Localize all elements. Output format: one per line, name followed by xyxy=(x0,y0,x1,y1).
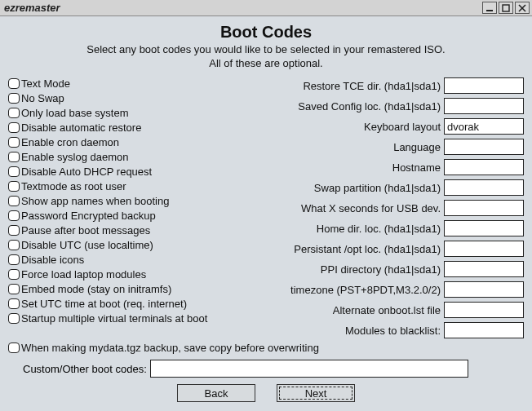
checkbox-icon[interactable] xyxy=(8,196,20,206)
checkbox-label: Startup multiple virtual terminals at bo… xyxy=(21,312,207,325)
checkbox-icon[interactable] xyxy=(8,269,20,280)
next-button[interactable]: Next xyxy=(277,384,355,402)
field-label: Language xyxy=(393,141,441,153)
checkbox-label: Disable UTC (use localtime) xyxy=(21,239,153,251)
content-area: Text Mode No Swap Only load base system … xyxy=(8,76,524,338)
checkbox-row[interactable]: Textmode as root user xyxy=(8,179,207,193)
checkbox-label: Text Mode xyxy=(21,77,70,90)
checkbox-icon[interactable] xyxy=(8,137,20,148)
checkbox-icon[interactable] xyxy=(8,210,20,221)
field-label: What X seconds for USB dev. xyxy=(301,202,441,214)
window-title: ezremaster xyxy=(2,2,481,14)
keyboard-layout-input[interactable] xyxy=(444,118,524,135)
checkbox-label: Force load laptop modules xyxy=(21,268,146,281)
checkbox-label: No Swap xyxy=(21,92,64,104)
blacklist-input[interactable] xyxy=(444,322,524,338)
checkbox-icon[interactable] xyxy=(8,284,20,294)
field-label: Restore TCE dir. (hda1|sda1) xyxy=(303,80,441,92)
field-row: Language xyxy=(393,139,524,155)
checkbox-row[interactable]: Enable cron daemon xyxy=(8,135,207,149)
checkbox-icon[interactable] xyxy=(8,78,20,89)
checkbox-label: Show app names when booting xyxy=(21,195,169,207)
checkbox-icon[interactable] xyxy=(8,108,20,118)
field-row: timezone (PST+8PDT,M3.2.0/2) xyxy=(290,281,524,298)
page-title: Boot Codes xyxy=(8,23,524,42)
checkbox-label: Disable Auto DHCP request xyxy=(21,166,152,178)
checkbox-row[interactable]: Pause after boot messages xyxy=(8,223,207,237)
persistant-opt-input[interactable] xyxy=(444,241,524,257)
field-row: Alternate onboot.lst file xyxy=(333,302,524,318)
checkbox-label: Textmode as root user xyxy=(21,180,126,192)
custom-boot-codes-input[interactable] xyxy=(150,360,468,378)
close-button[interactable] xyxy=(515,2,530,14)
checkbox-row[interactable]: Disable automatic restore xyxy=(8,120,207,135)
checkbox-icon[interactable] xyxy=(8,166,20,177)
page-subtitle-1: Select any boot codes you would like to … xyxy=(8,43,524,55)
checkbox-icon[interactable] xyxy=(8,298,20,309)
field-row: Swap partition (hda1|sda1) xyxy=(314,179,524,196)
window-body: Boot Codes Select any boot codes you wou… xyxy=(0,16,532,411)
checkbox-row[interactable]: No Swap xyxy=(8,91,207,105)
checkbox-icon[interactable] xyxy=(8,313,20,324)
field-row: Modules to blacklist: xyxy=(345,322,524,338)
saved-config-input[interactable] xyxy=(444,98,524,114)
ppi-directory-input[interactable] xyxy=(444,261,524,277)
checkbox-row[interactable]: Password Encrypted backup xyxy=(8,208,207,223)
timezone-input[interactable] xyxy=(444,281,524,298)
checkbox-column: Text Mode No Swap Only load base system … xyxy=(8,76,207,338)
checkbox-row[interactable]: Text Mode xyxy=(8,76,207,91)
field-row: Keyboard layout xyxy=(364,118,524,135)
checkbox-row[interactable]: Only load base system xyxy=(8,105,207,120)
checkbox-icon[interactable] xyxy=(8,93,20,104)
restore-tce-input[interactable] xyxy=(444,77,524,94)
checkbox-row[interactable]: Startup multiple virtual terminals at bo… xyxy=(8,311,207,325)
field-label: Swap partition (hda1|sda1) xyxy=(314,182,441,194)
checkbox-row[interactable]: Show app names when booting xyxy=(8,193,207,208)
fields-column: Restore TCE dir. (hda1|sda1) Saved Confi… xyxy=(207,76,524,338)
custom-boot-codes-row: Custom/Other boot codes: xyxy=(8,360,524,378)
field-label: Modules to blacklist: xyxy=(345,325,441,337)
hostname-input[interactable] xyxy=(444,159,524,175)
checkbox-icon[interactable] xyxy=(8,254,20,265)
swap-partition-input[interactable] xyxy=(444,179,524,196)
checkbox-label: Disable icons xyxy=(21,254,84,266)
checkbox-icon[interactable] xyxy=(8,342,20,353)
checkbox-row[interactable]: Disable Auto DHCP request xyxy=(8,164,207,179)
checkbox-label: Only load base system xyxy=(21,107,129,119)
checkbox-row[interactable]: Disable icons xyxy=(8,252,207,267)
field-row: PPI directory (hda1|sda1) xyxy=(321,261,524,277)
back-button[interactable]: Back xyxy=(177,384,255,402)
field-row: What X seconds for USB dev. xyxy=(301,200,524,216)
alternate-onboot-input[interactable] xyxy=(444,302,524,318)
checkbox-row[interactable]: Force load laptop modules xyxy=(8,267,207,281)
checkbox-label: Enable cron daemon xyxy=(21,136,119,148)
checkbox-icon[interactable] xyxy=(8,122,20,133)
checkbox-icon[interactable] xyxy=(8,181,20,192)
field-row: Restore TCE dir. (hda1|sda1) xyxy=(303,77,524,94)
checkbox-row[interactable]: Disable UTC (use localtime) xyxy=(8,237,207,252)
svg-rect-1 xyxy=(503,5,509,11)
field-row: Saved Config loc. (hda1|sda1) xyxy=(298,98,524,114)
checkbox-label: Pause after boot messages xyxy=(21,224,150,236)
usb-wait-input[interactable] xyxy=(444,200,524,216)
custom-label: Custom/Other boot codes: xyxy=(23,363,147,375)
minimize-button[interactable] xyxy=(482,2,497,14)
checkbox-row[interactable]: Embed mode (stay on initramfs) xyxy=(8,281,207,296)
button-row: Back Next xyxy=(8,384,524,402)
checkbox-icon[interactable] xyxy=(8,225,20,236)
field-row: Hostname xyxy=(392,159,524,175)
checkbox-icon[interactable] xyxy=(8,152,20,162)
home-dir-input[interactable] xyxy=(444,220,524,236)
titlebar: ezremaster xyxy=(0,0,532,16)
checkbox-label: Set UTC time at boot (req. internet) xyxy=(21,298,187,310)
field-label: Hostname xyxy=(392,161,441,174)
checkbox-icon[interactable] xyxy=(8,240,20,250)
maximize-button[interactable] xyxy=(499,2,513,14)
checkbox-row[interactable]: When making mydata.tgz backup, save copy… xyxy=(8,340,524,355)
field-label: Saved Config loc. (hda1|sda1) xyxy=(298,100,441,113)
checkbox-row[interactable]: Enable syslog daemon xyxy=(8,149,207,164)
checkbox-label: Password Encrypted backup xyxy=(21,210,156,222)
language-input[interactable] xyxy=(444,139,524,155)
checkbox-row[interactable]: Set UTC time at boot (req. internet) xyxy=(8,296,207,311)
checkbox-label: Enable syslog daemon xyxy=(21,151,129,163)
